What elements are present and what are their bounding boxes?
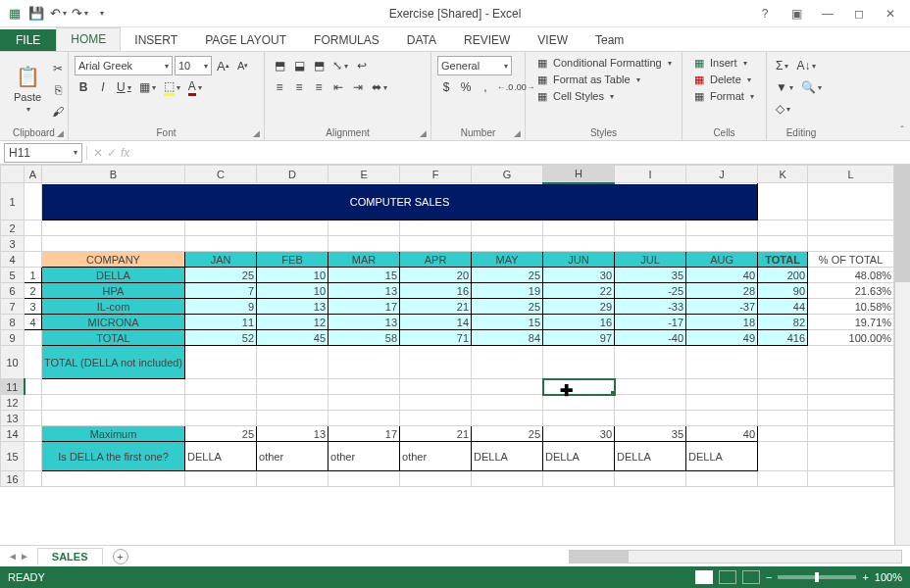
totals-total[interactable]: 416 (758, 330, 808, 346)
col-header-F[interactable]: F (400, 166, 472, 183)
header-MAY[interactable]: MAY (472, 252, 543, 268)
sheet-prev-icon[interactable]: ◄ (8, 551, 18, 562)
max-cell[interactable]: 25 (185, 426, 257, 442)
row-total[interactable]: 44 (758, 299, 808, 315)
totals-cell[interactable]: 58 (329, 330, 400, 346)
totals-cell[interactable]: 45 (257, 330, 329, 346)
tab-insert[interactable]: INSERT (121, 29, 191, 51)
data-cell[interactable]: 9 (185, 299, 257, 315)
cell[interactable] (257, 471, 329, 487)
cell[interactable] (25, 442, 42, 471)
row-name[interactable]: DELLA (42, 268, 185, 283)
row-pct[interactable]: 19.71% (808, 315, 894, 330)
cell[interactable] (472, 236, 543, 252)
data-cell[interactable]: 13 (257, 299, 329, 315)
col-header-corner[interactable] (1, 166, 25, 183)
autosum-icon[interactable]: Σ▾ (773, 56, 791, 75)
row-num[interactable]: 2 (25, 283, 42, 299)
cell[interactable] (472, 379, 543, 395)
first-cell[interactable]: other (257, 442, 329, 471)
data-cell[interactable]: 15 (472, 315, 543, 330)
header-total[interactable]: TOTAL (758, 252, 808, 268)
fill-icon[interactable]: ▼▾ (773, 77, 796, 97)
cell[interactable] (758, 426, 808, 442)
selected-cell[interactable] (543, 379, 615, 395)
vertical-scrollbar[interactable] (894, 165, 910, 545)
cell[interactable] (400, 471, 472, 487)
col-header-A[interactable]: A (25, 166, 42, 183)
max-cell[interactable]: 25 (472, 426, 543, 442)
tab-page-layout[interactable]: PAGE LAYOUT (191, 29, 300, 51)
cell[interactable] (686, 346, 758, 379)
cell[interactable] (543, 236, 615, 252)
data-cell[interactable]: -33 (615, 299, 686, 315)
cell[interactable] (615, 346, 686, 379)
cell[interactable] (758, 395, 808, 411)
sheet-nav[interactable]: ◄► (0, 551, 37, 562)
row-name[interactable]: HPA (42, 283, 185, 299)
copy-icon[interactable]: ⎘ (49, 80, 67, 100)
header-APR[interactable]: APR (400, 252, 472, 268)
row-header-5[interactable]: 5 (1, 268, 25, 283)
cell[interactable] (25, 252, 42, 268)
format-painter-icon[interactable]: 🖌 (49, 102, 67, 122)
cell[interactable] (329, 346, 400, 379)
cell[interactable] (472, 395, 543, 411)
max-cell[interactable]: 40 (686, 426, 758, 442)
clear-icon[interactable]: ◇▾ (773, 99, 793, 119)
cell[interactable] (25, 330, 42, 346)
data-cell[interactable]: -17 (615, 315, 686, 330)
fill-color-icon[interactable]: ⬚▾ (161, 77, 183, 97)
cell[interactable] (400, 411, 472, 426)
row-num[interactable]: 3 (25, 299, 42, 315)
cancel-formula-icon[interactable]: ✕ (93, 146, 103, 160)
format-cells-button[interactable]: ▦Format▾ (688, 88, 760, 104)
data-cell[interactable]: 10 (257, 283, 329, 299)
data-cell[interactable]: 7 (185, 283, 257, 299)
totals-label[interactable]: TOTAL (42, 330, 185, 346)
row-header-9[interactable]: 9 (1, 330, 25, 346)
clipboard-launcher-icon[interactable]: ◢ (57, 128, 64, 138)
cell[interactable] (808, 395, 894, 411)
cell[interactable] (758, 442, 808, 471)
cell[interactable] (257, 346, 329, 379)
cell[interactable] (329, 379, 400, 395)
wrap-text-icon[interactable]: ↩ (353, 56, 371, 75)
row-num[interactable]: 4 (25, 315, 42, 330)
qat-customize-icon[interactable]: ▾ (92, 5, 110, 23)
conditional-formatting-button[interactable]: ▦Conditional Formatting▾ (531, 55, 676, 71)
comma-icon[interactable]: , (477, 77, 494, 97)
data-cell[interactable]: 40 (686, 268, 758, 283)
row-header-13[interactable]: 13 (1, 411, 25, 426)
cell[interactable] (25, 395, 42, 411)
row-header-14[interactable]: 14 (1, 426, 25, 442)
row-header-1[interactable]: 1 (1, 183, 25, 220)
totals-cell[interactable]: 49 (686, 330, 758, 346)
cell[interactable] (185, 236, 257, 252)
cell[interactable] (400, 395, 472, 411)
cell[interactable] (472, 346, 543, 379)
cell[interactable] (42, 411, 185, 426)
add-sheet-button[interactable]: + (113, 549, 128, 564)
data-cell[interactable]: 13 (329, 315, 400, 330)
cell[interactable] (25, 411, 42, 426)
cell[interactable] (758, 379, 808, 395)
row-header-3[interactable]: 3 (1, 236, 25, 252)
font-launcher-icon[interactable]: ◢ (253, 128, 260, 138)
col-header-K[interactable]: K (758, 166, 808, 183)
cell[interactable] (185, 379, 257, 395)
cell[interactable] (257, 395, 329, 411)
cell[interactable] (615, 411, 686, 426)
header-JUL[interactable]: JUL (615, 252, 686, 268)
first-cell[interactable]: DELLA (472, 442, 543, 471)
increase-decimal-icon[interactable]: ←.0 (496, 77, 514, 97)
align-middle-icon[interactable]: ⬓ (290, 56, 308, 75)
orientation-icon[interactable]: ⤡▾ (329, 56, 351, 75)
cell[interactable] (686, 236, 758, 252)
tab-review[interactable]: REVIEW (450, 29, 524, 51)
redo-icon[interactable]: ↷▾ (71, 5, 88, 23)
cell[interactable] (543, 395, 615, 411)
data-cell[interactable]: 17 (329, 299, 400, 315)
data-cell[interactable]: 14 (400, 315, 472, 330)
cell[interactable] (615, 379, 686, 395)
